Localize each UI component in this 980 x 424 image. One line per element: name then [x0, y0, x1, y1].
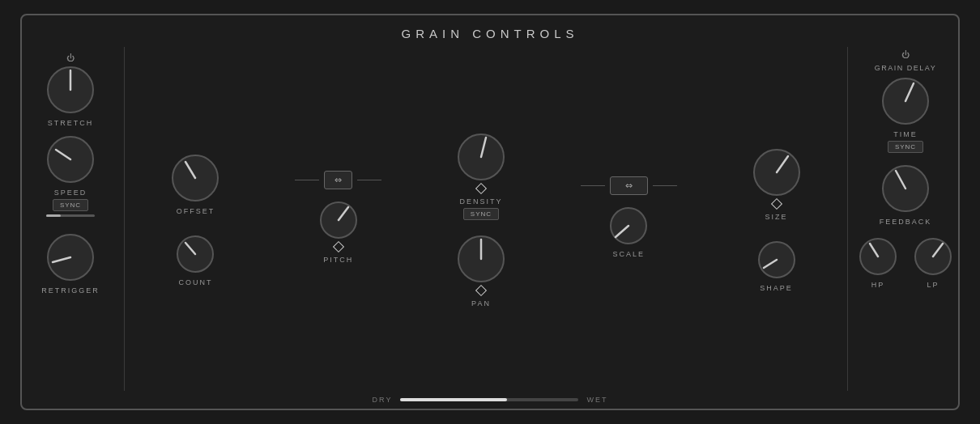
density-sync-button[interactable]: SYNC — [463, 208, 499, 220]
size-label: SIZE — [765, 213, 788, 221]
scale-label: SCALE — [613, 250, 646, 258]
shape-knob[interactable] — [756, 239, 798, 281]
stretch-knob[interactable] — [45, 64, 96, 116]
pitch-knob-wrap: PITCH — [317, 199, 360, 264]
pan-knob[interactable] — [455, 233, 507, 285]
link-pitch-col: ⇔ PITCH — [295, 171, 381, 267]
speed-slider[interactable] — [46, 214, 95, 217]
pan-diamond — [475, 284, 487, 295]
pan-label: PAN — [471, 299, 491, 307]
plugin-title: GRAIN CONTROLS — [22, 15, 958, 47]
dry-label: DRY — [373, 396, 393, 404]
right-section: ⏻ GRAIN DELAY TIME SYNC — [853, 47, 958, 391]
size-knob[interactable] — [751, 146, 803, 198]
density-knob[interactable] — [455, 131, 507, 183]
pitch-label: PITCH — [323, 256, 353, 264]
speed-label: SPEED — [54, 189, 87, 197]
offset-label: OFFSET — [177, 207, 215, 215]
drywet-slider[interactable] — [400, 398, 578, 401]
density-link-row: ⇔ — [581, 176, 677, 195]
grain-delay-power-icon[interactable]: ⏻ — [901, 50, 910, 59]
left-section: ⏻ STRETCH SPEED SYNC — [22, 47, 119, 391]
size-knob-wrap: SIZE — [751, 146, 803, 221]
divider-left — [124, 47, 125, 391]
stretch-power-icon[interactable]: ⏻ — [66, 53, 75, 62]
center-section: OFFSET COUNT — [130, 47, 842, 391]
link-icon: ⇔ — [334, 175, 342, 185]
scale-knob-wrap: SCALE — [607, 205, 650, 258]
offset-knob[interactable] — [169, 152, 221, 204]
size-diamond — [771, 197, 782, 209]
line-right — [357, 180, 381, 180]
link2-scale-col: ⇔ SCALE — [581, 176, 677, 261]
offset-link-button[interactable]: ⇔ — [324, 171, 352, 189]
time-sync-button[interactable]: SYNC — [888, 141, 923, 153]
density-label: DENSITY — [459, 197, 502, 206]
density-link-button[interactable]: ⇔ — [610, 176, 648, 195]
hp-lp-row: HP LP — [857, 232, 954, 292]
pitch-diamond — [333, 241, 344, 252]
stretch-knob-wrap: ⏻ STRETCH — [45, 53, 96, 127]
time-label: TIME — [893, 130, 918, 138]
time-knob-wrap: TIME SYNC — [880, 75, 931, 153]
drywet-row: DRY WET — [373, 391, 608, 409]
hp-label: HP — [871, 281, 885, 289]
line-left — [295, 180, 319, 180]
drywet-fill — [400, 398, 507, 401]
feedback-knob[interactable] — [880, 163, 931, 214]
pan-knob-wrap: PAN — [455, 233, 507, 307]
line-left2 — [581, 185, 605, 186]
offset-count-col: OFFSET COUNT — [169, 149, 221, 290]
feedback-knob-wrap: FEEDBACK — [880, 163, 932, 226]
retrigger-knob[interactable] — [45, 231, 96, 283]
lp-knob[interactable] — [912, 235, 954, 278]
density-diamond — [475, 182, 487, 193]
stretch-label: STRETCH — [48, 119, 94, 127]
divider-right — [847, 47, 848, 391]
speed-sync-button[interactable]: SYNC — [53, 199, 88, 211]
density-pan-col: DENSITY SYNC PAN — [455, 128, 507, 311]
retrigger-label: RETRIGGER — [41, 286, 100, 295]
offset-link-row: ⇔ — [295, 171, 381, 189]
count-label: COUNT — [178, 278, 212, 286]
size-shape-col: SIZE SHAPE — [751, 143, 803, 295]
speed-knob[interactable] — [45, 134, 96, 185]
shape-knob-wrap: SHAPE — [756, 239, 798, 292]
wet-label: WET — [586, 396, 607, 404]
feedback-label: FEEDBACK — [880, 218, 932, 226]
line-right2 — [653, 185, 677, 186]
scale-knob[interactable] — [607, 205, 650, 247]
time-knob[interactable] — [880, 75, 931, 127]
grain-delay-label: GRAIN DELAY — [875, 64, 936, 72]
shape-label: SHAPE — [760, 284, 793, 292]
hp-knob[interactable] — [857, 235, 899, 278]
pitch-knob[interactable] — [317, 199, 360, 241]
retrigger-knob-wrap: RETRIGGER — [41, 231, 100, 295]
count-knob[interactable] — [174, 233, 216, 275]
plugin-container: GRAIN CONTROLS ⏻ STRETCH — [20, 14, 960, 410]
offset-knob-wrap: OFFSET — [169, 152, 221, 215]
link-icon2: ⇔ — [625, 180, 633, 191]
count-knob-wrap: COUNT — [174, 233, 216, 286]
lp-knob-wrap: LP — [912, 235, 954, 289]
lp-label: LP — [927, 281, 939, 289]
hp-knob-wrap: HP — [857, 235, 899, 289]
density-knob-wrap: DENSITY SYNC — [455, 131, 507, 220]
speed-knob-wrap: SPEED SYNC — [45, 134, 96, 220]
